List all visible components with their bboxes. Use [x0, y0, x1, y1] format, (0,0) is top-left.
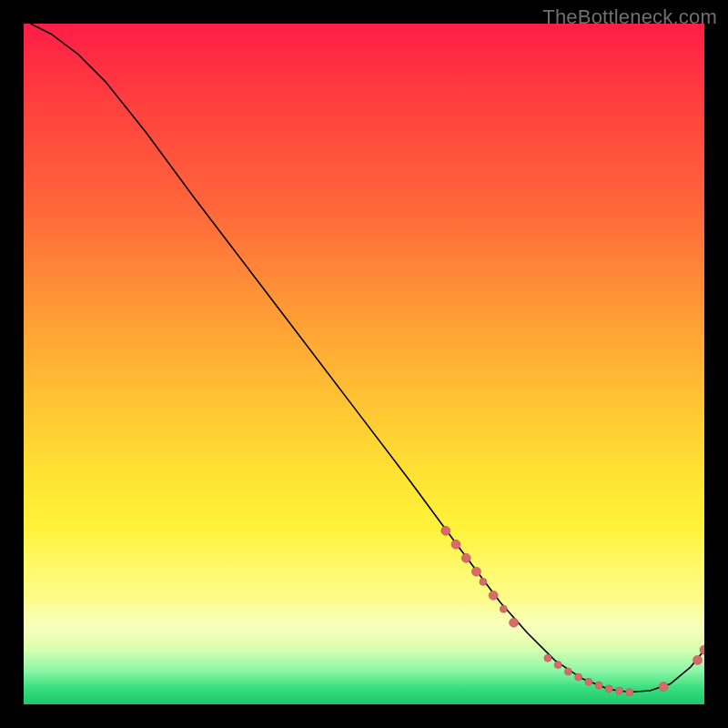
marker-point	[626, 689, 633, 696]
marker-point	[544, 654, 551, 662]
marker-point	[461, 553, 470, 562]
marker-point	[564, 668, 571, 675]
marker-point	[489, 591, 498, 600]
marker-point	[510, 618, 519, 627]
marker-point	[585, 678, 592, 685]
marker-point	[554, 662, 561, 669]
markers-group	[441, 526, 704, 695]
bottleneck-curve	[30, 24, 704, 693]
marker-point	[480, 578, 487, 585]
marker-point	[451, 540, 460, 549]
marker-point	[605, 685, 612, 693]
marker-point	[471, 567, 480, 576]
marker-point	[616, 687, 623, 694]
marker-point	[693, 655, 703, 664]
chart-stage: TheBottleneck.com	[0, 0, 728, 728]
marker-point	[500, 605, 507, 612]
marker-point	[575, 673, 582, 681]
marker-point	[700, 645, 704, 654]
marker-point	[595, 682, 602, 689]
highlight-band	[24, 597, 704, 646]
chart-overlay	[24, 24, 704, 704]
plot-area	[24, 24, 704, 704]
marker-point	[441, 526, 450, 535]
marker-point	[659, 682, 668, 692]
